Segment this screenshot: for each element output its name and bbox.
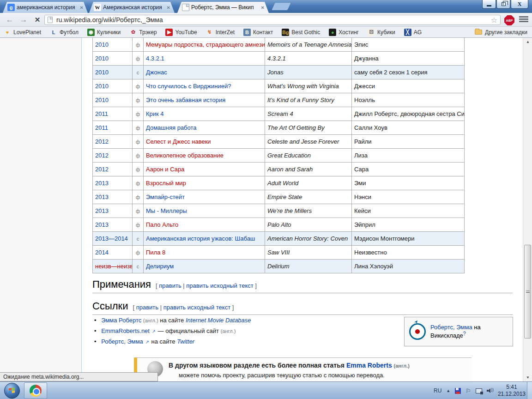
commons-help-link[interactable]: ? — [463, 331, 466, 336]
edit-source-link[interactable]: править исходный текст — [186, 282, 253, 289]
year-link[interactable]: 2013 — [95, 221, 109, 228]
year-link[interactable]: 2013 — [95, 207, 109, 214]
edit-source-link[interactable]: править исходный текст — [163, 304, 230, 311]
speaker-icon[interactable]: )) — [487, 388, 493, 393]
bookmark-item[interactable]: ● Хостинг — [329, 29, 359, 36]
imdb-link[interactable]: Эмма Робертс — [101, 317, 141, 324]
year-link[interactable]: 2011 — [95, 110, 108, 117]
bookmark-item[interactable]: ↯ InterZet — [206, 29, 235, 36]
hidden-icons-button[interactable]: ▲ — [446, 388, 450, 393]
tab-2[interactable]: W Американская история у ✕ — [89, 2, 175, 13]
scroll-down-icon[interactable]: ▼ — [523, 374, 532, 381]
year-link[interactable]: 2010 — [95, 83, 109, 90]
tab-label: американская история у — [17, 4, 77, 11]
twitter-site-link[interactable]: Twitter — [177, 338, 194, 345]
title-ru-link[interactable]: Американская история ужасов: Шабаш — [146, 235, 255, 242]
other-bookmarks-button[interactable]: Другие закладки — [475, 29, 527, 36]
title-ru-link[interactable]: Взрослый мир — [146, 180, 186, 187]
bookmark-item[interactable]: ╳ AG — [404, 29, 422, 36]
title-ru-link[interactable]: Мемуары подростка, страдающего амнезией — [146, 41, 265, 48]
edit-link[interactable]: править — [136, 304, 158, 311]
year-link[interactable]: 2012 — [95, 166, 109, 173]
twitter-link[interactable]: Робертс, Эмма — [101, 338, 143, 345]
back-button[interactable]: ← — [4, 14, 16, 25]
imdb-site-link[interactable]: Internet Movie Database — [186, 317, 251, 324]
year-link[interactable]: 2014 — [95, 249, 109, 256]
scroll-up-icon[interactable]: ▲ — [523, 38, 532, 46]
title-ru-link[interactable]: Мы - Миллеры — [146, 207, 187, 214]
bookmark-item[interactable]: Bg Best Gothic — [282, 29, 320, 36]
action-center-icon[interactable]: ⚐ — [466, 387, 471, 394]
year-link[interactable]: 2010 — [95, 69, 109, 76]
minimize-button[interactable] — [482, 0, 496, 9]
save-tray-icon[interactable] — [455, 388, 461, 394]
edit-link[interactable]: править — [159, 282, 181, 289]
chrome-menu-icon[interactable] — [519, 16, 528, 23]
clock[interactable]: 5:41 21.12.2013 — [498, 384, 526, 398]
date-text: 21.12.2013 — [498, 391, 526, 398]
title-ru-link[interactable]: Пила 8 — [146, 249, 165, 256]
forward-button[interactable]: → — [18, 14, 30, 25]
type-cell: ф — [133, 176, 144, 190]
start-button[interactable] — [4, 383, 20, 399]
year-link[interactable]: неизв—неизв — [95, 263, 133, 270]
official-site-link[interactable]: EmmaRoberts.net — [101, 327, 150, 334]
scrollbar-thumb[interactable] — [524, 245, 531, 339]
bookmark-label: Кубики — [377, 29, 395, 36]
title-ru-link[interactable]: Селест и Джесс навеки — [146, 138, 211, 145]
title-ru-link[interactable]: Это очень забавная история — [146, 97, 225, 103]
type-marker: ф — [136, 42, 140, 48]
bookmark-star-icon[interactable]: ☆ — [491, 16, 497, 24]
bookmark-item[interactable]: ⚄ Кубики — [368, 29, 395, 36]
commons-link[interactable]: Робертс, Эмма — [430, 324, 472, 331]
language-indicator[interactable]: RU — [434, 387, 441, 394]
year-link[interactable]: 2011 — [95, 124, 108, 131]
show-desktop-button[interactable] — [527, 382, 532, 399]
year-link[interactable]: 2010 — [95, 41, 109, 48]
adblock-icon[interactable]: ABP — [504, 15, 514, 25]
title-en-text: It's Kind of a Funny Story — [267, 97, 334, 103]
title-ru-link[interactable]: Что случилось с Вирджинией? — [146, 83, 231, 90]
interwiki-article-link[interactable]: Emma Roberts — [346, 362, 392, 369]
role-text: Джуанна — [354, 55, 379, 62]
url-text[interactable]: ru.wikipedia.org/wiki/Робертс,_Эмма — [56, 16, 491, 24]
bookmark-item[interactable]: ✿ Трэкер — [129, 29, 157, 36]
restore-button[interactable] — [496, 0, 510, 9]
tab-active[interactable]: Робертс, Эмма — Викип ✕ — [177, 2, 269, 13]
role-cell: Джесси — [352, 79, 465, 93]
title-ru-link[interactable]: Делириум — [146, 263, 174, 270]
year-link[interactable]: 2010 — [95, 97, 109, 103]
tab-close-icon[interactable]: ✕ — [165, 5, 172, 10]
title-ru-link[interactable]: Домашняя работа — [146, 124, 197, 131]
year-link[interactable]: 2010 — [95, 55, 109, 62]
year-link[interactable]: 2012 — [95, 152, 109, 159]
title-ru-link[interactable]: 4.3.2.1 — [146, 55, 164, 62]
year-link[interactable]: 2012 — [95, 138, 109, 145]
bookmark-item[interactable]: ♥ LovePlanet — [4, 29, 41, 36]
year-link[interactable]: 2013 — [95, 180, 109, 187]
close-button[interactable]: X — [511, 0, 528, 9]
vertical-scrollbar[interactable]: ▲ ▼ — [523, 38, 532, 381]
title-ru-link[interactable]: Пало Альто — [146, 221, 178, 228]
tab-close-icon[interactable]: ✕ — [79, 5, 85, 10]
title-ru-link[interactable]: Джонас — [146, 69, 167, 76]
title-ru-link[interactable]: Аарон и Сара — [146, 166, 184, 173]
bookmark-item[interactable]: В Контакт — [243, 29, 273, 36]
stop-button[interactable]: ✕ — [31, 14, 43, 25]
title-ru-link[interactable]: Эмпайр-стейт — [146, 193, 185, 200]
new-tab-button[interactable] — [272, 3, 290, 10]
list-item: • Эмма Робертс (англ.) на сайте Internet… — [94, 317, 394, 324]
year-link[interactable]: 2013—2014 — [95, 235, 128, 242]
bookmark-item[interactable]: ▶ YouTube — [165, 29, 197, 36]
address-bar[interactable]: ru.wikipedia.org/wiki/Робертс,_Эмма ☆ — [44, 15, 501, 25]
tab-close-icon[interactable]: ✕ — [260, 5, 266, 10]
taskbar-chrome-button[interactable] — [24, 382, 47, 399]
year-link[interactable]: 2013 — [95, 193, 109, 200]
tab-1[interactable]: g американская история у ✕ — [3, 2, 88, 13]
title-ru-link[interactable]: Великолепное образование — [146, 152, 224, 159]
bookmark-item[interactable]: L Футбол — [50, 29, 79, 36]
network-icon[interactable] — [476, 388, 482, 393]
title-en-text: Celeste and Jesse Forever — [267, 138, 339, 145]
bookmark-item[interactable]: ◉ Куличики — [87, 29, 121, 36]
title-ru-link[interactable]: Крик 4 — [146, 110, 164, 117]
